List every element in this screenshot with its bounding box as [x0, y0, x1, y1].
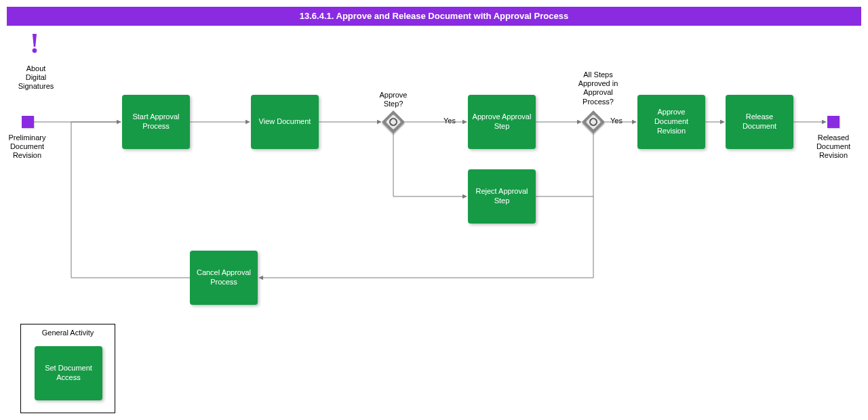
activity-view-document[interactable]: View Document [251, 95, 319, 149]
start-event[interactable] [22, 116, 34, 128]
page-title: 13.6.4.1. Approve and Release Document w… [7, 7, 861, 26]
edge-label-yes-2: Yes [610, 117, 623, 125]
activity-reject-step[interactable]: Reject Approval Step [468, 169, 536, 224]
activity-cancel-approval[interactable]: Cancel Approval Process [190, 251, 258, 305]
activity-label: Cancel Approval Process [194, 268, 254, 287]
gateway-marker-icon [588, 117, 599, 128]
group-title: General Activity [21, 329, 115, 337]
activity-label: View Document [259, 117, 311, 127]
activity-start-approval[interactable]: Start Approval Process [122, 95, 190, 149]
edges-layer [0, 0, 868, 420]
activity-label: Reject Approval Step [472, 187, 532, 206]
activity-label: Set Document Access [39, 364, 98, 383]
group-general-activity: General Activity Set Document Access [20, 324, 115, 413]
gateway-approve-step[interactable] [382, 110, 405, 133]
activity-approve-revision[interactable]: Approve Document Revision [637, 95, 705, 149]
gateway-marker-icon [388, 117, 399, 128]
activity-set-access[interactable]: Set Document Access [35, 346, 102, 400]
activity-label: Approve Approval Step [472, 112, 532, 131]
info-label: About Digital Signatures [12, 64, 60, 91]
diagram-canvas: 13.6.4.1. Approve and Release Document w… [0, 0, 868, 420]
activity-label: Start Approval Process [126, 112, 186, 131]
gateway-all-approved[interactable] [582, 110, 605, 133]
gateway-all-approved-label: All Steps Approved in Approval Process? [571, 70, 625, 106]
start-event-label: Preliminary Document Revision [3, 133, 52, 161]
exclamation-icon: ! [30, 27, 39, 60]
end-event-label: Released Document Revision [811, 133, 856, 161]
gateway-approve-step-label: Approve Step? [370, 91, 416, 108]
activity-label: Approve Document Revision [642, 108, 701, 135]
edge-label-yes-1: Yes [443, 117, 456, 125]
activity-approve-step[interactable]: Approve Approval Step [468, 95, 536, 149]
activity-label: Release Document [730, 112, 789, 131]
activity-release-document[interactable]: Release Document [726, 95, 793, 149]
end-event[interactable] [827, 116, 840, 128]
